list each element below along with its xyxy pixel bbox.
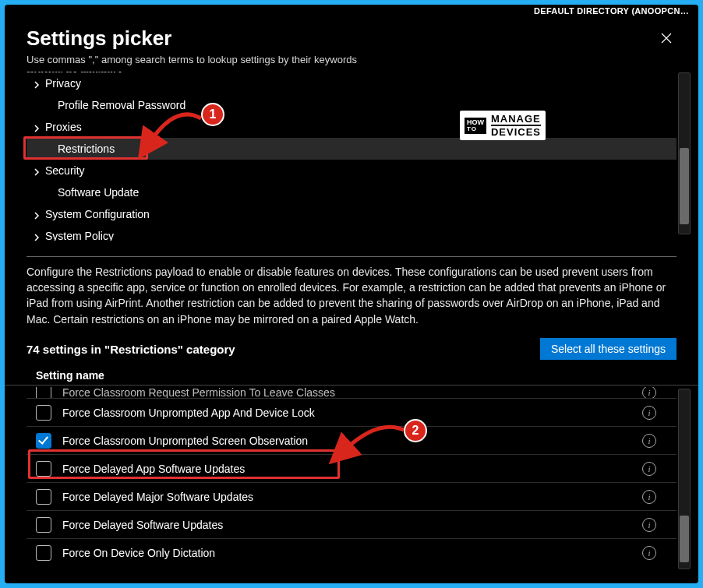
info-icon[interactable]: i bbox=[642, 462, 656, 476]
page-title: Settings picker bbox=[26, 26, 656, 51]
category-item-system-policy[interactable]: System Policy bbox=[26, 225, 677, 241]
info-icon[interactable]: i bbox=[642, 518, 656, 532]
watermark-logo: HOWTO MANAGEDEVICES bbox=[460, 111, 546, 140]
select-all-button[interactable]: Select all these settings bbox=[540, 338, 677, 360]
settings-count-label: 74 settings in "Restrictions" category bbox=[26, 343, 235, 356]
category-item-profile-removal-password[interactable]: Profile Removal Password bbox=[26, 94, 677, 116]
close-icon[interactable] bbox=[656, 26, 677, 52]
category-label: System Policy bbox=[45, 230, 114, 241]
category-label: Privacy bbox=[45, 77, 81, 90]
category-label: Security bbox=[45, 164, 85, 177]
setting-label: Force Delayed Software Updates bbox=[62, 519, 642, 531]
category-item-restrictions[interactable]: Restrictions bbox=[26, 138, 677, 160]
category-label: Proxies bbox=[45, 121, 82, 133]
setting-checkbox[interactable] bbox=[36, 433, 51, 449]
category-label: Profile Removal Password bbox=[58, 99, 185, 111]
category-item-software-update[interactable]: Software Update bbox=[26, 181, 677, 203]
setting-checkbox[interactable] bbox=[36, 387, 51, 398]
chevron-right-icon bbox=[33, 122, 39, 129]
setting-checkbox[interactable] bbox=[36, 405, 51, 421]
setting-checkbox[interactable] bbox=[36, 489, 51, 505]
setting-checkbox[interactable] bbox=[36, 545, 51, 561]
category-item-privacy[interactable]: Privacy bbox=[26, 72, 677, 94]
info-icon[interactable]: i bbox=[642, 546, 656, 560]
category-description: Configure the Restrictions payload to en… bbox=[5, 264, 698, 327]
category-label: System Configuration bbox=[45, 208, 150, 220]
setting-label: Force Classroom Unprompted App And Devic… bbox=[62, 407, 642, 419]
page-subtitle: Use commas "," among search terms to loo… bbox=[26, 54, 656, 65]
info-icon[interactable]: i bbox=[642, 434, 656, 448]
category-item-system-configuration[interactable]: System Configuration bbox=[26, 203, 677, 225]
setting-row[interactable]: Force Delayed App Software Updatesi bbox=[26, 454, 677, 482]
category-label: Restrictions bbox=[58, 143, 115, 155]
settings-scrollbar[interactable] bbox=[678, 389, 691, 569]
chevron-right-icon bbox=[33, 231, 39, 238]
info-icon[interactable]: i bbox=[642, 490, 656, 504]
setting-row[interactable]: Force Classroom Unprompted Screen Observ… bbox=[26, 426, 677, 454]
category-item-security[interactable]: Security bbox=[26, 160, 677, 181]
chevron-right-icon bbox=[33, 166, 39, 172]
setting-row[interactable]: Force Classroom Unprompted App And Devic… bbox=[26, 398, 677, 426]
info-icon[interactable]: i bbox=[642, 387, 656, 398]
setting-checkbox[interactable] bbox=[36, 461, 51, 477]
info-icon[interactable]: i bbox=[642, 406, 656, 420]
category-label: Software Update bbox=[58, 186, 139, 199]
setting-row-cutoff[interactable]: Force Classroom Request Permission To Le… bbox=[26, 387, 677, 398]
setting-label: Force Delayed App Software Updates bbox=[62, 463, 642, 475]
setting-row[interactable]: Force Delayed Major Software Updatesi bbox=[26, 482, 677, 510]
setting-label: Force Classroom Unprompted Screen Observ… bbox=[62, 435, 642, 447]
setting-row[interactable]: Force On Device Only Dictationi bbox=[26, 538, 677, 566]
category-scrollbar[interactable] bbox=[678, 72, 691, 234]
chevron-right-icon bbox=[33, 209, 39, 216]
setting-checkbox[interactable] bbox=[36, 517, 51, 533]
setting-label: Force Delayed Major Software Updates bbox=[62, 491, 642, 503]
chevron-right-icon bbox=[33, 79, 39, 85]
top-directory-label: DEFAULT DIRECTORY (ANOOPCN… bbox=[5, 5, 698, 16]
setting-label: Force Classroom Request Permission To Le… bbox=[62, 387, 642, 398]
column-header-setting-name: Setting name bbox=[5, 364, 698, 386]
setting-label: Force On Device Only Dictation bbox=[62, 547, 642, 559]
category-item-proxies[interactable]: Proxies bbox=[26, 116, 677, 138]
setting-row[interactable]: Force Delayed Software Updatesi bbox=[26, 510, 677, 538]
